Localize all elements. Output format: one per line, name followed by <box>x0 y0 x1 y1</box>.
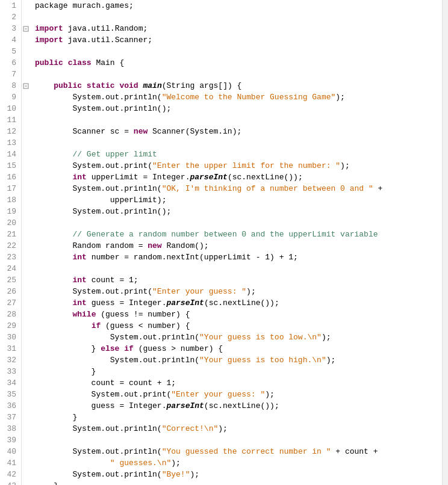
code-line: int guess = Integer.parseInt(sc.nextLine… <box>35 297 442 309</box>
line-number: 34 <box>0 377 19 389</box>
code-line: public class Main { <box>35 57 442 69</box>
code-line: System.out.println("Your guess is too lo… <box>35 332 442 343</box>
fold-marker <box>22 114 30 126</box>
fold-marker <box>22 389 30 400</box>
fold-marker[interactable] <box>22 23 30 34</box>
line-number: 21 <box>0 229 19 240</box>
line-number: 17 <box>0 183 19 194</box>
code-line: // Generate a random number between 0 an… <box>35 229 442 240</box>
line-number: 24 <box>0 263 19 274</box>
code-line: System.out.println(); <box>35 103 442 114</box>
line-number: 37 <box>0 412 19 423</box>
fold-marker <box>22 297 30 309</box>
code-line <box>35 69 442 80</box>
code-line <box>35 137 442 149</box>
fold-gutter[interactable] <box>22 0 30 485</box>
line-number: 39 <box>0 434 19 446</box>
code-line: System.out.print("Enter your guess: "); <box>35 389 442 400</box>
code-line: count = count + 1; <box>35 377 442 389</box>
fold-marker <box>22 0 30 11</box>
fold-marker <box>22 423 30 434</box>
fold-marker <box>22 366 30 377</box>
fold-marker <box>22 354 30 366</box>
line-number: 33 <box>0 366 19 377</box>
code-line: } else if (guess > number) { <box>35 343 442 354</box>
fold-marker <box>22 46 30 57</box>
code-line: public static void main(String args[]) { <box>35 80 442 91</box>
code-line: Random random = new Random(); <box>35 240 442 252</box>
fold-marker <box>22 446 30 457</box>
fold-marker <box>22 320 30 332</box>
line-number: 8 <box>0 80 19 91</box>
line-number: 26 <box>0 286 19 297</box>
code-line: System.out.print("Enter the upper limit … <box>35 160 442 171</box>
line-number: 13 <box>0 137 19 149</box>
code-line: // Get upper limit <box>35 149 442 160</box>
line-number: 16 <box>0 171 19 183</box>
line-number: 6 <box>0 57 19 69</box>
code-line <box>35 263 442 274</box>
fold-marker <box>22 160 30 171</box>
code-line: guess = Integer.parseInt(sc.nextLine()); <box>35 400 442 412</box>
fold-marker <box>22 332 30 343</box>
line-number: 25 <box>0 274 19 286</box>
fold-marker <box>22 343 30 354</box>
scrollbar[interactable] <box>442 0 448 485</box>
line-number: 30 <box>0 332 19 343</box>
code-line: import java.util.Scanner; <box>35 34 442 46</box>
fold-marker <box>22 103 30 114</box>
fold-marker <box>22 412 30 423</box>
fold-marker <box>22 229 30 240</box>
line-number: 4 <box>0 34 19 46</box>
line-number: 3 <box>0 23 19 34</box>
fold-marker <box>22 217 30 229</box>
line-number-gutter: 1234567891011121314151617181920212223242… <box>0 0 22 485</box>
code-line: System.out.println("Your guess is too hi… <box>35 354 442 366</box>
line-number: 18 <box>0 194 19 206</box>
fold-marker[interactable] <box>22 80 30 91</box>
line-number: 23 <box>0 252 19 263</box>
code-line: } <box>35 480 442 485</box>
line-number: 35 <box>0 389 19 400</box>
code-editor: 1234567891011121314151617181920212223242… <box>0 0 448 485</box>
line-number: 31 <box>0 343 19 354</box>
fold-marker <box>22 434 30 446</box>
line-number: 36 <box>0 400 19 412</box>
line-number: 38 <box>0 423 19 434</box>
line-number: 29 <box>0 320 19 332</box>
line-number: 42 <box>0 469 19 480</box>
fold-marker <box>22 194 30 206</box>
fold-marker <box>22 263 30 274</box>
code-line <box>35 11 442 23</box>
fold-marker <box>22 377 30 389</box>
code-area: package murach.games; import java.util.R… <box>30 0 442 485</box>
code-line <box>35 114 442 126</box>
line-number: 10 <box>0 103 19 114</box>
line-number: 22 <box>0 240 19 252</box>
line-number: 14 <box>0 149 19 160</box>
line-number: 41 <box>0 457 19 469</box>
code-line: upperLimit); <box>35 194 442 206</box>
code-line: } <box>35 366 442 377</box>
fold-marker <box>22 309 30 320</box>
code-line: int upperLimit = Integer.parseInt(sc.nex… <box>35 171 442 183</box>
line-number: 20 <box>0 217 19 229</box>
code-line: if (guess < number) { <box>35 320 442 332</box>
code-line: System.out.println("Bye!"); <box>35 469 442 480</box>
line-number: 11 <box>0 114 19 126</box>
line-number: 15 <box>0 160 19 171</box>
code-line: " guesses.\n"); <box>35 457 442 469</box>
fold-marker <box>22 206 30 217</box>
line-number: 40 <box>0 446 19 457</box>
code-line: System.out.println("OK, I'm thinking of … <box>35 183 442 194</box>
fold-marker <box>22 126 30 137</box>
fold-marker <box>22 274 30 286</box>
fold-marker <box>22 149 30 160</box>
fold-marker <box>22 183 30 194</box>
code-line: Scanner sc = new Scanner(System.in); <box>35 126 442 137</box>
code-line: int number = random.nextInt(upperLimit -… <box>35 252 442 263</box>
code-line: import java.util.Random; <box>35 23 442 34</box>
line-number: 2 <box>0 11 19 23</box>
fold-marker <box>22 240 30 252</box>
fold-marker <box>22 57 30 69</box>
